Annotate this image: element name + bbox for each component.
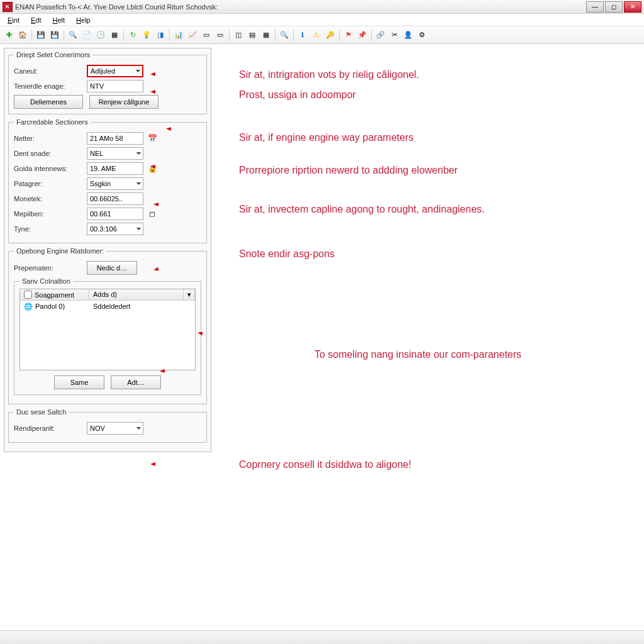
- add-icon[interactable]: ✚: [3, 29, 15, 42]
- same-button[interactable]: Same: [54, 375, 104, 389]
- row1-col2: Sddeldedert: [89, 301, 195, 311]
- window2-icon[interactable]: ▭: [214, 29, 226, 42]
- tenerdle-label: Tenierdle enage:: [14, 82, 83, 90]
- annotation-4: Prorrepiore riprtion newerd to addding e…: [239, 165, 458, 176]
- sub-group-legend: Sanv Colnaltion: [19, 277, 73, 285]
- row1-col1: Pandol 0): [35, 303, 65, 310]
- rend-select[interactable]: NOV: [87, 422, 143, 435]
- header-checkbox[interactable]: [24, 291, 32, 299]
- dent-select[interactable]: NEL: [87, 147, 143, 160]
- pin-icon[interactable]: 📌: [356, 29, 369, 42]
- saveall-icon[interactable]: 💾: [48, 29, 61, 42]
- list-header: Soagparnent Adds d) ▾: [20, 289, 195, 301]
- menu-edt[interactable]: Edt: [26, 15, 47, 25]
- chart2-icon[interactable]: 📈: [186, 29, 199, 42]
- prepematen-label: Prepematen:: [14, 264, 83, 272]
- menu-help[interactable]: Help: [71, 15, 96, 25]
- close-button[interactable]: ✕: [624, 1, 641, 13]
- home-icon[interactable]: 🏠: [16, 29, 29, 42]
- statusbar: [0, 630, 644, 644]
- group-sectioners: Farcredable Sectioners Netter: 📅 Dent sn…: [8, 118, 207, 243]
- svg-line-6: [201, 333, 311, 353]
- group-conerimors: Driept Selet Conerimors Caneul: Adljuled…: [8, 51, 207, 114]
- tenerdle-input[interactable]: [87, 80, 143, 92]
- group-saltch-legend: Duc sese Saltch: [14, 408, 69, 416]
- mepiiben-input[interactable]: [87, 208, 143, 220]
- stop-icon[interactable]: ◻: [147, 209, 157, 219]
- warning-icon[interactable]: ⚠: [310, 29, 323, 42]
- annotation-6: Snote endir asg-pons: [239, 248, 335, 260]
- refresh-icon[interactable]: ↻: [126, 29, 139, 42]
- patagrer-label: Patagrer:: [14, 180, 83, 187]
- sub-group-colnaltion: Sanv Colnaltion Soagparnent Adds d) ▾ 🌐P…: [14, 277, 201, 395]
- content-area: Driept Selet Conerimors Caneul: Adljuled…: [0, 44, 644, 456]
- tyne-select[interactable]: 00.3:106: [87, 223, 143, 235]
- toolbar: ✚ 🏠 💾 💾 🔍 📄 🕒 ▦ ↻ 💡 ◨ 📊 📈 ▭ ▭ ◫ ▤ ▦ 🔍 ℹ …: [0, 26, 644, 44]
- layout1-icon[interactable]: ◫: [232, 29, 245, 42]
- settings-panel: Driept Selet Conerimors Caneul: Adljuled…: [4, 48, 211, 452]
- col2-header: Adds d): [89, 289, 184, 300]
- minimize-button[interactable]: —: [586, 1, 604, 13]
- calendar-icon[interactable]: 📅: [147, 133, 157, 143]
- deliemenes-button[interactable]: Deliemenes: [14, 95, 83, 109]
- flag-icon[interactable]: ⚑: [342, 29, 355, 42]
- person-icon[interactable]: 👤: [402, 29, 414, 42]
- annotation-7: To someling nang insinate our com-parane…: [314, 349, 521, 360]
- collection-listbox[interactable]: Soagparnent Adds d) ▾ 🌐Pandol 0) Sddelde…: [19, 289, 196, 370]
- maximize-button[interactable]: ◻: [605, 1, 623, 13]
- cube-icon[interactable]: ◨: [154, 29, 167, 42]
- goida-label: Goida intennews:: [14, 165, 83, 172]
- annotation-5: Sir at, invectem capline agong to rought…: [239, 204, 484, 215]
- nedic-button[interactable]: Nedic d…: [87, 261, 137, 275]
- patagrer-select[interactable]: Ssgkin: [87, 177, 143, 190]
- globe-icon: 🌐: [24, 303, 33, 311]
- monetek-label: Monetek:: [14, 195, 83, 203]
- annotation-8: Coprnery consell it dsiddwa to aligone!: [239, 459, 411, 470]
- netter-input[interactable]: [87, 132, 143, 145]
- bulb-icon[interactable]: 💡: [140, 29, 153, 42]
- save-icon[interactable]: 💾: [35, 29, 47, 42]
- col1-header: Soagparnent: [35, 291, 74, 299]
- dent-label: Dent snade:: [14, 150, 83, 157]
- zoom-icon[interactable]: 🔍: [278, 29, 291, 42]
- window-icon[interactable]: ▭: [200, 29, 213, 42]
- annotation-1: Sir at, intrigration vots by rielig câli…: [239, 69, 419, 80]
- netter-label: Netter:: [14, 135, 83, 142]
- menu-helt[interactable]: Helt: [48, 15, 70, 25]
- menubar: Eint Edt Helt Help: [0, 14, 644, 26]
- clock-icon[interactable]: 🕒: [94, 29, 107, 42]
- group-saltch: Duc sese Saltch Rendiperanlt: NOV: [8, 408, 207, 443]
- key-icon[interactable]: 🔑: [324, 29, 336, 42]
- search-icon[interactable]: 🔍: [67, 29, 79, 42]
- group-conerimors-legend: Driept Selet Conerimors: [14, 51, 92, 58]
- annotation-2: Prost, ussiga in adoompor: [239, 89, 356, 101]
- group-engine: Opebong Engine Rlatdomer: Prepematen: Ne…: [8, 247, 207, 404]
- info-icon[interactable]: ℹ: [296, 29, 309, 42]
- doc-icon[interactable]: 📄: [80, 29, 93, 42]
- renjew-button[interactable]: Renjew câllgune: [89, 95, 158, 109]
- table-icon[interactable]: ▦: [108, 29, 121, 42]
- window-title: ENAN Possefich To-< Ar. Yive Dove Lblcti…: [15, 3, 586, 11]
- rend-label: Rendiperanlt:: [14, 425, 83, 432]
- chart1-icon[interactable]: 📊: [172, 29, 185, 42]
- cut-icon[interactable]: ✂: [388, 29, 401, 42]
- layout3-icon[interactable]: ▦: [260, 29, 272, 42]
- mepiiben-label: Mepiiben:: [14, 210, 83, 218]
- annotation-3: Sir at, if engine engine way parameters: [239, 132, 413, 143]
- caneul-label: Caneul:: [14, 67, 83, 75]
- goida-input[interactable]: [87, 162, 143, 175]
- group-engine-legend: Opebong Engine Rlatdomer:: [14, 247, 106, 255]
- dropdown-icon[interactable]: ▾: [184, 289, 195, 300]
- gear-icon[interactable]: ⚙: [416, 29, 428, 42]
- tyne-label: Tyne:: [14, 225, 83, 233]
- monetek-input[interactable]: [87, 192, 143, 205]
- layout2-icon[interactable]: ▤: [246, 29, 258, 42]
- lock-icon[interactable]: 🔒: [147, 164, 157, 174]
- app-icon: K: [3, 2, 13, 12]
- adt-button[interactable]: Adt…: [111, 375, 161, 389]
- caneul-select[interactable]: Adljuled: [87, 65, 143, 77]
- menu-eint[interactable]: Eint: [3, 15, 25, 25]
- titlebar: K ENAN Possefich To-< Ar. Yive Dove Lblc…: [0, 0, 644, 14]
- link-icon[interactable]: 🔗: [374, 29, 387, 42]
- list-row[interactable]: 🌐Pandol 0) Sddeldedert: [20, 301, 195, 312]
